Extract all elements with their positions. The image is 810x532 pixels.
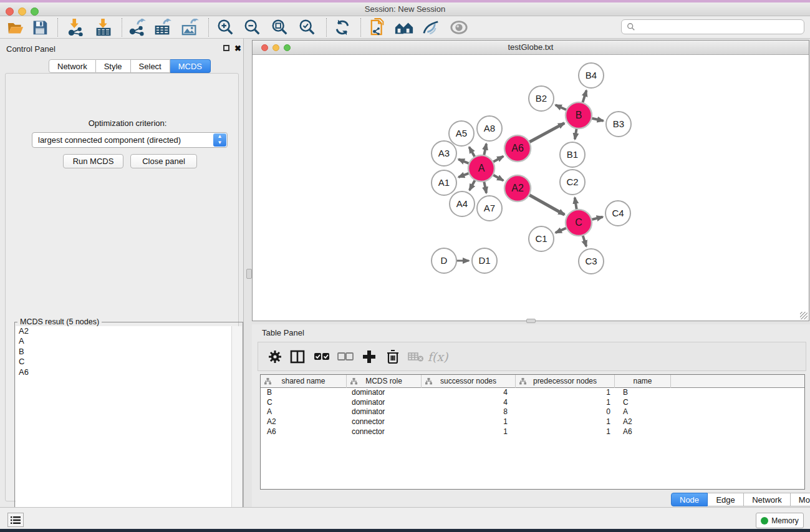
graph-node-D[interactable]: D bbox=[432, 248, 456, 273]
table-settings-icon[interactable] bbox=[265, 347, 285, 366]
run-mcds-button[interactable]: Run MCDS bbox=[63, 154, 123, 168]
minimize-window-button[interactable] bbox=[18, 7, 26, 16]
function-builder-icon[interactable]: f(x) bbox=[428, 347, 448, 366]
tab-mcds[interactable]: MCDS bbox=[170, 59, 211, 73]
deselect-all-icon[interactable] bbox=[335, 347, 355, 366]
column-header-MCDS-role[interactable]: MCDS role bbox=[347, 375, 422, 388]
graph-node-A5[interactable]: A5 bbox=[449, 121, 474, 146]
graph-node-A7[interactable]: A7 bbox=[477, 196, 502, 221]
delete-column-icon[interactable] bbox=[383, 347, 403, 366]
close-window-button[interactable] bbox=[6, 7, 14, 16]
graph-node-A4[interactable]: A4 bbox=[450, 191, 475, 216]
tab-network[interactable]: Network bbox=[49, 59, 96, 73]
resize-grip-icon[interactable] bbox=[800, 312, 808, 319]
import-network-icon[interactable] bbox=[65, 18, 87, 37]
graph-node-C3[interactable]: C3 bbox=[579, 249, 604, 274]
horizontal-splitter-handle[interactable] bbox=[526, 319, 536, 323]
tab-style[interactable]: Style bbox=[96, 59, 131, 73]
table-row[interactable]: Bdominator41B bbox=[261, 388, 804, 398]
table-cell[interactable]: connector bbox=[347, 427, 422, 437]
column-view-icon[interactable] bbox=[287, 347, 307, 366]
graph-node-A2[interactable]: A2 bbox=[504, 175, 531, 201]
export-image-icon[interactable] bbox=[179, 18, 200, 37]
graph-node-A1[interactable]: A1 bbox=[432, 170, 456, 195]
graph-node-D1[interactable]: D1 bbox=[472, 248, 497, 273]
add-column-icon[interactable] bbox=[359, 347, 379, 366]
mcds-result-scrollbar[interactable] bbox=[231, 326, 242, 530]
first-neighbors-icon[interactable] bbox=[393, 18, 415, 37]
show-all-icon[interactable] bbox=[448, 18, 470, 37]
table-cell[interactable]: C bbox=[615, 398, 671, 408]
zoom-selected-icon[interactable] bbox=[297, 18, 318, 37]
graph-node-A3[interactable]: A3 bbox=[432, 141, 456, 166]
mcds-result-item[interactable]: A bbox=[16, 336, 232, 346]
table-cell[interactable]: dominator bbox=[347, 398, 422, 408]
table-cell[interactable]: dominator bbox=[347, 388, 422, 398]
save-session-icon[interactable] bbox=[29, 18, 51, 37]
search-input[interactable] bbox=[621, 19, 804, 34]
table-cell[interactable]: 1 bbox=[516, 398, 615, 408]
graph-node-C2[interactable]: C2 bbox=[560, 170, 585, 195]
column-header-shared-name[interactable]: shared name bbox=[261, 375, 347, 388]
table-row[interactable]: A2connector11A2 bbox=[261, 417, 804, 427]
graph-node-B4[interactable]: B4 bbox=[579, 63, 604, 88]
clone-network-icon[interactable] bbox=[367, 18, 388, 37]
tab-edge-table[interactable]: Edge Table bbox=[708, 493, 744, 506]
column-header-successor-nodes[interactable]: successor nodes bbox=[422, 375, 516, 388]
table-cell[interactable]: A2 bbox=[615, 417, 671, 427]
column-header-name[interactable]: name bbox=[615, 375, 671, 388]
table-cell[interactable]: connector bbox=[347, 417, 422, 427]
tab-node-table[interactable]: Node Table bbox=[671, 493, 708, 506]
table-cell[interactable]: 4 bbox=[422, 398, 516, 408]
table-row[interactable]: Adominator80A bbox=[261, 407, 804, 417]
table-cell[interactable]: dominator bbox=[347, 407, 422, 417]
float-panel-icon[interactable] bbox=[223, 45, 229, 51]
table-cell[interactable]: 1 bbox=[422, 417, 516, 427]
graph-node-A6[interactable]: A6 bbox=[504, 135, 531, 162]
select-all-icon[interactable] bbox=[312, 347, 332, 366]
network-window-titlebar[interactable]: testGlobe.txt bbox=[253, 41, 809, 55]
mcds-result-item[interactable]: B bbox=[16, 347, 232, 357]
tab-select[interactable]: Select bbox=[131, 59, 170, 73]
table-cell[interactable]: 8 bbox=[422, 407, 516, 417]
table-cell[interactable]: 4 bbox=[422, 388, 516, 398]
table-row[interactable]: A6connector11A6 bbox=[261, 427, 804, 437]
zoom-out-icon[interactable] bbox=[242, 18, 263, 37]
table-cell[interactable]: A bbox=[615, 407, 671, 417]
tab-motifs[interactable]: Motifs bbox=[791, 493, 810, 506]
table-cell[interactable]: A6 bbox=[615, 427, 671, 437]
graph-node-A8[interactable]: A8 bbox=[477, 116, 502, 141]
table-cell[interactable]: 1 bbox=[422, 427, 516, 437]
mcds-result-item[interactable]: A6 bbox=[16, 367, 232, 377]
graph-node-A[interactable]: A bbox=[468, 155, 494, 181]
graph-node-B[interactable]: B bbox=[566, 102, 592, 128]
tab-network-table[interactable]: Network Table bbox=[744, 493, 791, 506]
network-minimize-button[interactable] bbox=[272, 44, 279, 51]
graph-node-B1[interactable]: B1 bbox=[560, 142, 585, 167]
table-cell[interactable]: B bbox=[261, 388, 347, 398]
export-network-icon[interactable] bbox=[126, 18, 147, 37]
table-cell[interactable]: B bbox=[615, 388, 671, 398]
close-panel-button[interactable]: Close panel bbox=[130, 154, 197, 168]
hide-selected-icon[interactable] bbox=[420, 18, 441, 37]
task-history-button[interactable] bbox=[7, 513, 24, 527]
graph-node-C4[interactable]: C4 bbox=[605, 201, 630, 226]
table-cell[interactable]: 1 bbox=[516, 388, 615, 398]
table-cell[interactable]: A6 bbox=[261, 427, 347, 437]
export-table-icon[interactable] bbox=[152, 18, 173, 37]
zoom-in-icon[interactable] bbox=[215, 18, 236, 37]
graph-node-B3[interactable]: B3 bbox=[606, 112, 631, 137]
network-graph-canvas[interactable]: B4B2BB3A8A5A6A3B1AC2A1A2A4A7C4CC1DC3D1 bbox=[253, 55, 809, 317]
optimization-criterion-select[interactable]: largest connected component (directed) ▲… bbox=[32, 132, 228, 148]
graph-node-C[interactable]: C bbox=[566, 210, 592, 236]
table-cell[interactable]: 1 bbox=[516, 427, 615, 437]
delete-table-icon[interactable] bbox=[406, 347, 426, 366]
table-row[interactable]: Cdominator41C bbox=[261, 398, 804, 408]
graph-node-C1[interactable]: C1 bbox=[529, 226, 554, 251]
mcds-result-item[interactable]: C bbox=[16, 357, 232, 367]
zoom-window-button[interactable] bbox=[31, 7, 39, 16]
network-zoom-button[interactable] bbox=[284, 44, 291, 51]
memory-button[interactable]: Memory bbox=[756, 513, 804, 528]
import-table-icon[interactable] bbox=[93, 18, 114, 37]
close-panel-icon[interactable]: ✖ bbox=[234, 45, 241, 52]
